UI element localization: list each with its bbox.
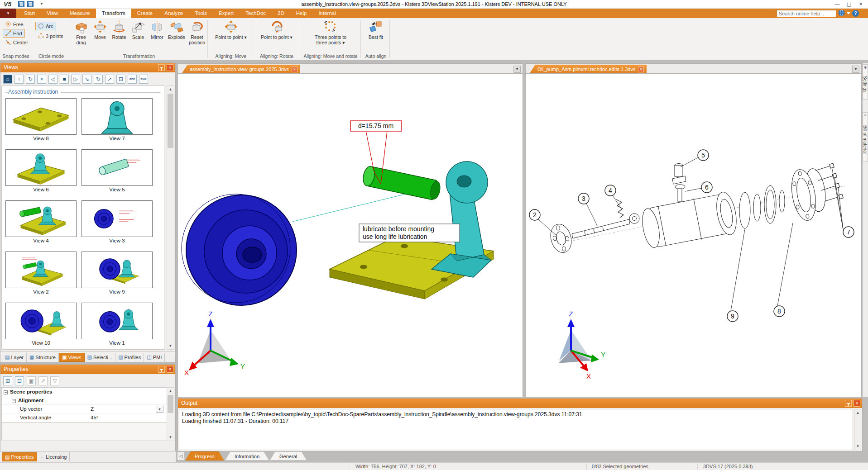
scroll-down-icon[interactable]: ▼ [167,434,174,441]
view-thumbnail[interactable] [82,149,153,186]
play-views-icon[interactable]: ▷ [71,75,80,84]
scale-button[interactable]: Scale [129,20,148,40]
tab-help[interactable]: Help [290,9,313,18]
view-label[interactable]: View 9 [82,289,153,294]
close-tab-icon[interactable]: × [638,66,644,72]
views-scrollbar[interactable]: ▲ ▼ [167,85,174,350]
scroll-tabs-left-icon[interactable]: ◁ [177,452,184,460]
tab-transform[interactable]: Transform [96,9,131,18]
right-viewport-canvas[interactable]: 2 3 4 5 6 7 8 9 Z X Y [525,73,862,397]
close-panel-icon[interactable]: × [167,366,173,373]
view-label[interactable]: View 3 [82,238,153,243]
up-vector-dropdown-icon[interactable]: ▼ [156,406,163,413]
view-label[interactable]: View 6 [5,187,77,192]
add-view-icon[interactable]: + [14,75,24,84]
tab-view[interactable]: View [41,9,64,18]
tab-selections[interactable]: ▧Selecti... [85,353,116,362]
view-label[interactable]: View 7 [82,136,153,141]
tab-bill-of-material[interactable]: ≡ Bill of material [863,112,868,162]
close-panel-icon[interactable]: × [167,64,173,71]
view-thumbnail[interactable] [5,303,77,339]
tab-general[interactable]: General [270,451,307,461]
export-view-icon[interactable]: ↗ [105,75,114,84]
tab-progress[interactable]: Progress [185,451,224,461]
view-thumbnail[interactable] [5,200,77,237]
tree-node-scene-properties[interactable]: −Scene properties [2,388,167,396]
stop-animation-icon[interactable]: ■ [60,75,69,84]
tab-internal[interactable]: Internal [312,9,341,18]
tab-pmi[interactable]: ◫PMI [144,353,165,362]
view-thumbnail[interactable] [82,200,153,237]
copy-icon[interactable]: ▣ [27,376,36,385]
camera-view-icon[interactable]: ⌂ [3,75,12,84]
export-icon[interactable]: ↗ [38,376,48,385]
tab-create[interactable]: Create [131,9,159,18]
tab-views[interactable]: ▣Views [59,353,85,362]
previous-view-icon[interactable]: ◁ [48,75,58,84]
export-png-icon[interactable]: PNG [139,75,148,84]
export-pdf-icon[interactable]: PDF [128,75,137,84]
close-tab-icon[interactable]: × [292,66,297,72]
properties-scrollbar[interactable]: ▲ ▼ [167,387,174,441]
output-scrollbar[interactable]: ▲ ▼ [854,409,861,450]
tab-techdoc[interactable]: TechDoc [240,9,272,18]
output-log[interactable]: Loading 3D content from file C:\Protecte… [179,409,853,450]
tab-list-dropdown-icon[interactable]: ▼ [852,66,859,73]
view-thumbnail[interactable] [5,252,77,288]
view-label[interactable]: View 5 [82,187,153,192]
point-to-point-rotate-button[interactable]: Point to point ▾ [259,20,295,40]
left-viewport-canvas[interactable]: d=15.75 mm lubricate before mounting use… [177,73,523,397]
view-label[interactable]: View 1 [82,340,153,346]
scroll-up-icon[interactable]: ▲ [854,409,861,416]
view-label[interactable]: View 4 [5,238,77,243]
snap-free-button[interactable]: Free [3,20,26,28]
reset-position-button[interactable]: Reset position [187,20,207,45]
right-viewport-tab[interactable]: Oil_pump_Asm.plmxml.techdoc.edits.1.3dvs… [529,65,647,74]
tab-measure[interactable]: Measure [64,9,96,18]
view-thumbnail[interactable] [82,252,153,288]
maximize-button[interactable]: ▢ [844,0,854,8]
pin-icon[interactable]: ┳ [845,400,852,407]
minimize-button[interactable]: — [832,0,843,8]
tab-settings[interactable]: ✱ Settings [863,64,868,100]
filter-icon[interactable]: ▽ [50,376,59,385]
snap-center-button[interactable]: Center [3,38,31,47]
close-button[interactable]: × [855,0,866,8]
arc-button[interactable]: Arc [35,22,56,30]
explode-button[interactable]: Explode [167,20,187,40]
tab-properties[interactable]: ▤Properties [2,452,37,461]
tab-structure[interactable]: ▦Structure [27,353,59,362]
import-view-icon[interactable]: ⊡ [116,75,125,84]
online-help-globe-icon[interactable] [838,9,845,17]
move-button[interactable]: Move [91,20,110,40]
apply-view-icon[interactable]: ↘ [82,75,91,84]
three-points-circle-button[interactable]: 3 points [35,32,66,40]
tab-analyze[interactable]: Analyze [158,9,189,18]
tab-2d[interactable]: 2D [272,9,290,18]
search-input[interactable] [777,10,836,17]
application-menu-button[interactable]: ▼ [0,9,16,18]
pin-icon[interactable]: ┳ [158,64,165,71]
best-fit-button[interactable]: Best fit [365,20,387,40]
left-viewport-tab[interactable]: assembly_instruction.view-groups.2025.3d… [182,65,300,74]
delete-view-icon[interactable]: × [37,75,46,84]
scroll-down-icon[interactable]: ▼ [854,443,861,450]
tab-start[interactable]: Start [18,9,41,18]
refresh-views-icon[interactable]: ↻ [94,75,103,84]
view-label[interactable]: View 8 [5,136,77,141]
pin-icon[interactable]: ┳ [158,366,165,373]
up-vector-value[interactable]: Z [91,405,94,413]
tab-information[interactable]: Information [225,451,269,461]
view-thumbnail[interactable] [82,98,153,135]
view-thumbnail[interactable] [5,98,77,135]
vertical-angle-value[interactable]: 45° [91,413,98,422]
free-drag-button[interactable]: Free drag [72,20,91,45]
tab-layer[interactable]: ▤Layer [2,353,27,362]
point-to-point-move-button[interactable]: Point to point ▾ [213,20,249,40]
tab-profiles[interactable]: ▥Profiles [115,353,144,362]
close-panel-icon[interactable]: × [854,400,860,407]
tab-list-dropdown-icon[interactable]: ▼ [513,66,521,73]
collapse-all-icon[interactable]: ⊟ [15,376,24,385]
tab-licensing[interactable]: ⌐Licensing [39,452,70,461]
search-options-caret-icon[interactable] [847,12,850,14]
